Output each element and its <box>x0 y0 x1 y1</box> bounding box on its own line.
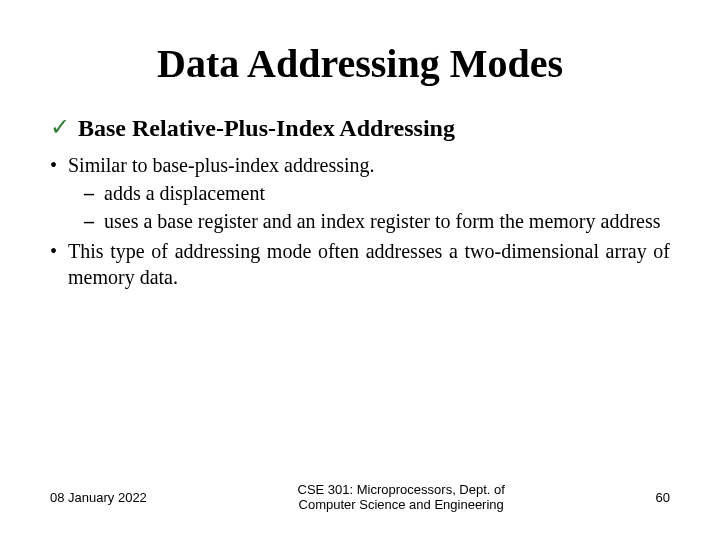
bullet-text: adds a displacement <box>104 180 670 206</box>
bullet-level1: • Similar to base-plus-index addressing. <box>50 152 670 178</box>
bullet-level2: – uses a base register and an index regi… <box>84 208 670 234</box>
footer: 08 January 2022 CSE 301: Microprocessors… <box>50 482 670 512</box>
bullet-text: uses a base register and an index regist… <box>104 208 670 234</box>
subheading-text: Base Relative-Plus-Index Addressing <box>78 115 455 142</box>
footer-center-line2: Computer Science and Engineering <box>167 497 636 512</box>
bullet-text: This type of addressing mode often addre… <box>68 238 670 290</box>
bullet-icon: • <box>50 238 68 290</box>
checkmark-icon: ✓ <box>50 115 70 139</box>
bullet-level2: – adds a displacement <box>84 180 670 206</box>
footer-center-line1: CSE 301: Microprocessors, Dept. of <box>167 482 636 497</box>
footer-center: CSE 301: Microprocessors, Dept. of Compu… <box>167 482 636 512</box>
footer-page-number: 60 <box>636 490 670 505</box>
subheading-row: ✓ Base Relative-Plus-Index Addressing <box>50 115 670 142</box>
footer-date: 08 January 2022 <box>50 490 167 505</box>
slide-title: Data Addressing Modes <box>50 40 670 87</box>
body-content: • Similar to base-plus-index addressing.… <box>50 152 670 290</box>
dash-icon: – <box>84 208 104 234</box>
bullet-icon: • <box>50 152 68 178</box>
bullet-text: Similar to base-plus-index addressing. <box>68 152 670 178</box>
dash-icon: – <box>84 180 104 206</box>
slide: Data Addressing Modes ✓ Base Relative-Pl… <box>0 0 720 540</box>
bullet-level1: • This type of addressing mode often add… <box>50 238 670 290</box>
